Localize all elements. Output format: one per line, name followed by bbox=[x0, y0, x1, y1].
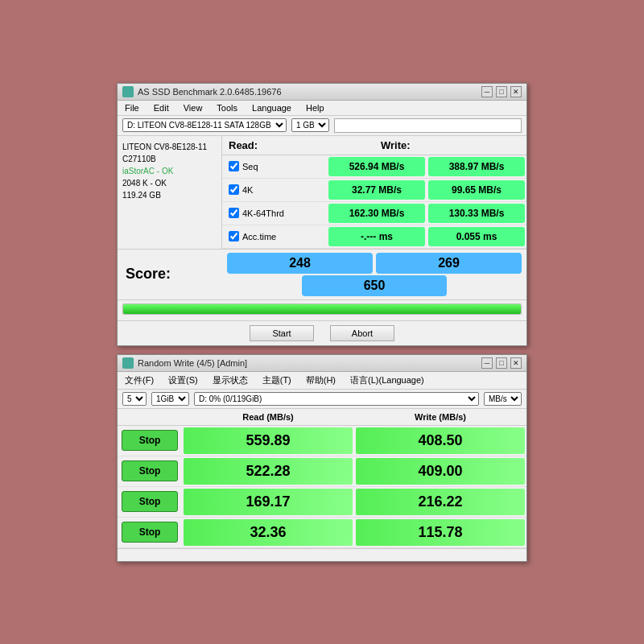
4k64-label: 4K-64Thrd bbox=[222, 204, 327, 222]
drive-size: 119.24 GB bbox=[122, 189, 217, 201]
rw-menu-language[interactable]: 语言(L)(Language) bbox=[348, 374, 427, 387]
acctime-checkbox[interactable] bbox=[229, 231, 239, 242]
rw-close-button[interactable]: ✕ bbox=[510, 357, 522, 369]
asssd-titlebar: AS SSD Benchmark 2.0.6485.19676 ─ □ ✕ bbox=[118, 84, 526, 101]
score-write: 269 bbox=[376, 253, 522, 274]
rw-titlebar: Random Write (4/5) [Admin] ─ □ ✕ bbox=[118, 355, 526, 372]
menu-file[interactable]: File bbox=[122, 102, 142, 114]
rw-read-1: 522.28 bbox=[184, 458, 353, 485]
acctime-row: Acc.time -.--- ms 0.055 ms bbox=[222, 225, 526, 249]
rw-row-3: Stop 32.36 115.78 bbox=[118, 518, 526, 548]
rw-content: Read (MB/s) Write (MB/s) Stop 559.89 408… bbox=[118, 409, 526, 548]
4k-label: 4K bbox=[222, 180, 327, 199]
4k64-checkbox[interactable] bbox=[229, 208, 239, 218]
rw-window: Random Write (4/5) [Admin] ─ □ ✕ 文件(F) 设… bbox=[117, 354, 527, 562]
abort-button[interactable]: Abort bbox=[330, 325, 394, 341]
rw-row-2: Stop 169.17 216.22 bbox=[118, 487, 526, 518]
menu-language[interactable]: Language bbox=[250, 102, 294, 114]
progress-bar-outer bbox=[122, 303, 522, 315]
rw-col-empty bbox=[118, 409, 182, 425]
rw-row-1: Stop 522.28 409.00 bbox=[118, 456, 526, 487]
rw-menu-settings[interactable]: 设置(S) bbox=[166, 374, 200, 387]
asssd-buttons: Start Abort bbox=[118, 320, 526, 345]
close-button[interactable]: ✕ bbox=[510, 86, 522, 97]
acctime-label: Acc.time bbox=[222, 227, 327, 246]
asssd-app-icon bbox=[122, 86, 134, 97]
4k64-read: 162.30 MB/s bbox=[328, 204, 425, 223]
asssd-main: LITEON CV8-8E128-11 C27110B iaStorAC - O… bbox=[118, 136, 526, 250]
rw-app-icon bbox=[122, 357, 134, 369]
score-label: Score: bbox=[122, 266, 221, 283]
rw-col-read-header: Read (MB/s) bbox=[182, 409, 354, 425]
asssd-results: Read: Write: Seq 526.94 MB/s 388.97 MB/s… bbox=[222, 136, 526, 249]
drive-firmware: C27110B bbox=[122, 153, 217, 165]
stop-button-0[interactable]: Stop bbox=[122, 430, 178, 451]
rw-header-row: Read (MB/s) Write (MB/s) bbox=[118, 409, 526, 426]
menu-view[interactable]: View bbox=[181, 102, 205, 114]
drive-model: LITEON CV8-8E128-11 bbox=[122, 141, 217, 153]
asssd-menubar: File Edit View Tools Language Help bbox=[118, 101, 526, 116]
rw-maximize-button[interactable]: □ bbox=[496, 357, 507, 369]
drive-info: LITEON CV8-8E128-11 C27110B iaStorAC - O… bbox=[118, 136, 222, 249]
seq-label: Seq bbox=[222, 157, 327, 175]
score-read: 248 bbox=[227, 253, 373, 274]
rw-minimize-button[interactable]: ─ bbox=[481, 357, 493, 369]
rw-read-3: 32.36 bbox=[184, 519, 353, 546]
col-write-header: Write: bbox=[374, 136, 526, 155]
rw-menu-status[interactable]: 显示状态 bbox=[210, 374, 250, 387]
seq-checkbox[interactable] bbox=[229, 161, 239, 171]
rw-toolbar: 5 1GiB D: 0% (0/119GiB) MB/s bbox=[118, 390, 526, 409]
seq-write: 388.97 MB/s bbox=[428, 157, 525, 176]
rw-write-1: 409.00 bbox=[356, 458, 525, 485]
progress-bar-inner bbox=[123, 304, 521, 314]
rw-menu-theme[interactable]: 主题(T) bbox=[260, 374, 294, 387]
menu-help[interactable]: Help bbox=[303, 102, 327, 114]
4k-write: 99.65 MB/s bbox=[428, 180, 525, 200]
rw-count-select[interactable]: 5 bbox=[122, 392, 147, 406]
4k-row: 4K 32.77 MB/s 99.65 MB/s bbox=[222, 179, 526, 202]
seq-read: 526.94 MB/s bbox=[328, 157, 425, 176]
drive-select[interactable]: D: LITEON CV8-8E128-11 SATA 128GB bbox=[122, 118, 287, 132]
asssd-window: AS SSD Benchmark 2.0.6485.19676 ─ □ ✕ Fi… bbox=[117, 83, 527, 346]
score-section: Score: 248 269 650 bbox=[118, 250, 526, 299]
path-input[interactable] bbox=[334, 118, 522, 133]
stop-button-3[interactable]: Stop bbox=[122, 522, 178, 543]
size-select[interactable]: 1 GB bbox=[291, 118, 329, 132]
minimize-button[interactable]: ─ bbox=[481, 86, 493, 97]
4k-read: 32.77 MB/s bbox=[328, 180, 425, 200]
results-header: Read: Write: bbox=[222, 136, 526, 155]
4k64-row: 4K-64Thrd 162.30 MB/s 130.33 MB/s bbox=[222, 202, 526, 225]
rw-write-3: 115.78 bbox=[356, 519, 525, 546]
acctime-read: -.--- ms bbox=[328, 227, 425, 246]
drive-driver: iaStorAC - OK bbox=[122, 165, 217, 177]
rw-menu-help[interactable]: 帮助(H) bbox=[303, 374, 338, 387]
col-read-header: Read: bbox=[222, 136, 374, 155]
rw-col-write-header: Write (MB/s) bbox=[354, 409, 526, 425]
menu-edit[interactable]: Edit bbox=[151, 102, 171, 114]
rw-menu-file[interactable]: 文件(F) bbox=[122, 374, 156, 387]
drive-memory: 2048 K - OK bbox=[122, 177, 217, 189]
maximize-button[interactable]: □ bbox=[496, 86, 507, 97]
score-total: 650 bbox=[302, 275, 447, 296]
asssd-title: AS SSD Benchmark 2.0.6485.19676 bbox=[138, 87, 282, 97]
rw-size-select[interactable]: 1GiB bbox=[151, 392, 189, 406]
stop-button-2[interactable]: Stop bbox=[122, 491, 178, 512]
rw-statusbar bbox=[118, 548, 526, 561]
score-values: 248 269 650 bbox=[227, 253, 522, 296]
rw-title: Random Write (4/5) [Admin] bbox=[138, 358, 247, 368]
start-button[interactable]: Start bbox=[250, 325, 314, 341]
rw-disk-select[interactable]: D: 0% (0/119GiB) bbox=[194, 392, 479, 406]
rw-read-2: 169.17 bbox=[184, 489, 353, 515]
stop-button-1[interactable]: Stop bbox=[122, 460, 178, 481]
rw-write-0: 408.50 bbox=[356, 427, 525, 454]
acctime-write: 0.055 ms bbox=[428, 227, 525, 246]
menu-tools[interactable]: Tools bbox=[214, 102, 240, 114]
progress-area bbox=[118, 299, 526, 320]
rw-read-0: 559.89 bbox=[184, 427, 353, 454]
4k64-write: 130.33 MB/s bbox=[428, 204, 525, 223]
rw-row-0: Stop 559.89 408.50 bbox=[118, 426, 526, 456]
rw-write-2: 216.22 bbox=[356, 489, 525, 515]
rw-menubar: 文件(F) 设置(S) 显示状态 主题(T) 帮助(H) 语言(L)(Langu… bbox=[118, 372, 526, 390]
rw-unit-select[interactable]: MB/s bbox=[484, 392, 522, 406]
4k-checkbox[interactable] bbox=[229, 184, 239, 195]
